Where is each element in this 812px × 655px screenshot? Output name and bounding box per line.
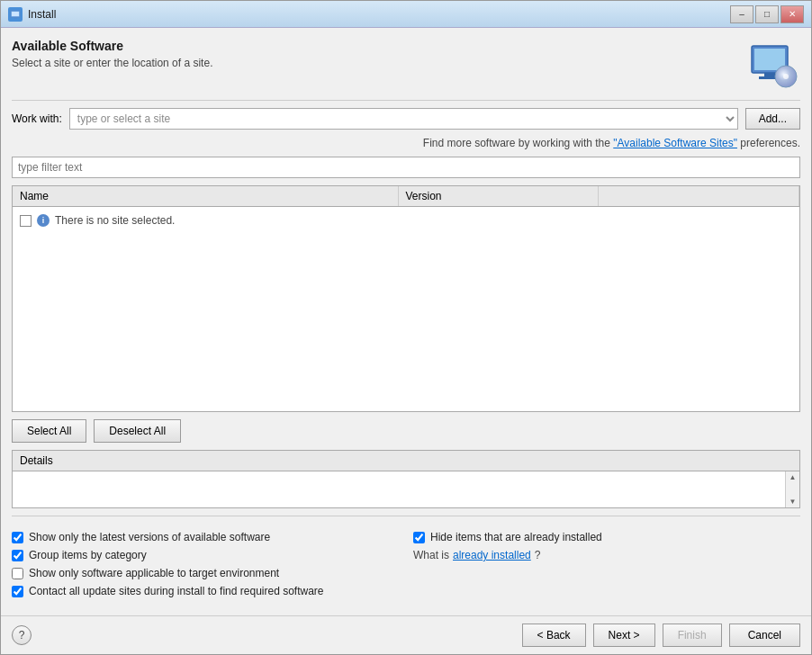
table-header: Name Version	[13, 186, 799, 207]
row-checkbox[interactable]	[20, 215, 32, 227]
show-latest-label: Show only the latest versions of availab…	[29, 531, 270, 543]
back-button[interactable]: < Back	[522, 624, 586, 647]
col-version-header: Version	[399, 186, 600, 206]
available-software-title: Available Software	[12, 39, 212, 53]
show-applicable-row: Show only software applicable to target …	[12, 567, 399, 579]
svg-rect-1	[12, 12, 19, 16]
next-button[interactable]: Next >	[593, 624, 655, 647]
contact-update-sites-label: Contact all update sites during install …	[29, 585, 324, 597]
software-table: Name Version i There is no site selected…	[12, 185, 800, 412]
close-button[interactable]: ✕	[780, 5, 804, 23]
window: Install – □ ✕ Available Software Select …	[0, 0, 812, 655]
svg-point-8	[783, 74, 789, 79]
help-button[interactable]: ?	[12, 625, 32, 645]
table-body: i There is no site selected.	[13, 207, 799, 411]
selection-buttons-row: Select All Deselect All	[12, 419, 800, 443]
title-bar-left: Install	[8, 7, 56, 22]
already-installed-link[interactable]: already installed	[453, 549, 531, 561]
checkboxes-section: Show only the latest versions of availab…	[12, 524, 800, 605]
monitor-icon	[748, 42, 798, 89]
group-by-category-label: Group items by category	[29, 549, 147, 561]
table-row: i There is no site selected.	[13, 211, 799, 230]
details-section: Details ▲ ▼	[12, 450, 800, 508]
software-sites-row: Find more software by working with the "…	[12, 137, 800, 149]
footer: ? < Back Next > Finish Cancel	[1, 615, 811, 654]
main-content: Available Software Select a site or ente…	[1, 28, 811, 615]
work-with-label: Work with:	[12, 112, 62, 125]
cancel-button[interactable]: Cancel	[729, 624, 800, 647]
show-applicable-checkbox[interactable]	[12, 568, 23, 579]
select-all-button[interactable]: Select All	[12, 419, 86, 443]
details-header: Details	[13, 451, 799, 471]
details-body: ▲ ▼	[13, 471, 799, 507]
already-installed-prefix: What is	[413, 549, 449, 561]
available-software-sites-link[interactable]: "Available Software Sites"	[613, 137, 737, 149]
title-bar: Install – □ ✕	[1, 1, 811, 28]
checkboxes-right: Hide items that are already installed Wh…	[413, 531, 800, 597]
contact-update-sites-row: Contact all update sites during install …	[12, 585, 399, 597]
software-sites-suffix: preferences.	[740, 137, 800, 149]
header-text: Available Software Select a site or ente…	[12, 39, 212, 69]
group-by-category-checkbox[interactable]	[12, 550, 23, 561]
info-icon: i	[37, 214, 50, 227]
hide-installed-row: Hide items that are already installed	[413, 531, 800, 543]
scroll-down-arrow[interactable]: ▼	[788, 496, 798, 507]
maximize-button[interactable]: □	[755, 5, 779, 23]
header-icon	[746, 39, 800, 93]
show-latest-checkbox[interactable]	[12, 532, 23, 543]
deselect-all-button[interactable]: Deselect All	[94, 419, 181, 443]
hide-installed-checkbox[interactable]	[413, 532, 425, 543]
window-title: Install	[28, 8, 56, 21]
scroll-up-arrow[interactable]: ▲	[788, 471, 798, 483]
show-latest-row: Show only the latest versions of availab…	[12, 531, 399, 543]
contact-update-sites-checkbox[interactable]	[12, 586, 23, 597]
group-by-category-row: Group items by category	[12, 549, 399, 561]
minimize-button[interactable]: –	[730, 5, 753, 23]
finish-button[interactable]: Finish	[663, 624, 722, 647]
app-icon	[8, 7, 23, 22]
checkboxes-left: Show only the latest versions of availab…	[12, 531, 399, 597]
divider	[12, 516, 800, 516]
col-name-header: Name	[13, 186, 399, 206]
header-subtitle: Select a site or enter the location of a…	[12, 57, 212, 69]
filter-input[interactable]	[12, 157, 800, 178]
no-site-message: There is no site selected.	[55, 214, 175, 227]
col-extra-header	[599, 186, 799, 206]
footer-buttons: < Back Next > Finish Cancel	[522, 624, 800, 647]
work-with-row: Work with: type or select a site Add...	[12, 108, 800, 130]
software-sites-prefix: Find more software by working with the	[423, 137, 613, 149]
add-button[interactable]: Add...	[745, 108, 800, 130]
already-installed-row: What is already installed ?	[413, 549, 800, 561]
header-section: Available Software Select a site or ente…	[12, 39, 800, 101]
title-bar-controls: – □ ✕	[730, 5, 804, 23]
site-select[interactable]: type or select a site	[69, 108, 738, 130]
details-scrollbar[interactable]: ▲ ▼	[785, 471, 799, 507]
svg-rect-2	[14, 17, 17, 19]
show-applicable-label: Show only software applicable to target …	[29, 567, 279, 579]
already-installed-suffix: ?	[535, 549, 541, 561]
hide-installed-label: Hide items that are already installed	[430, 531, 602, 543]
